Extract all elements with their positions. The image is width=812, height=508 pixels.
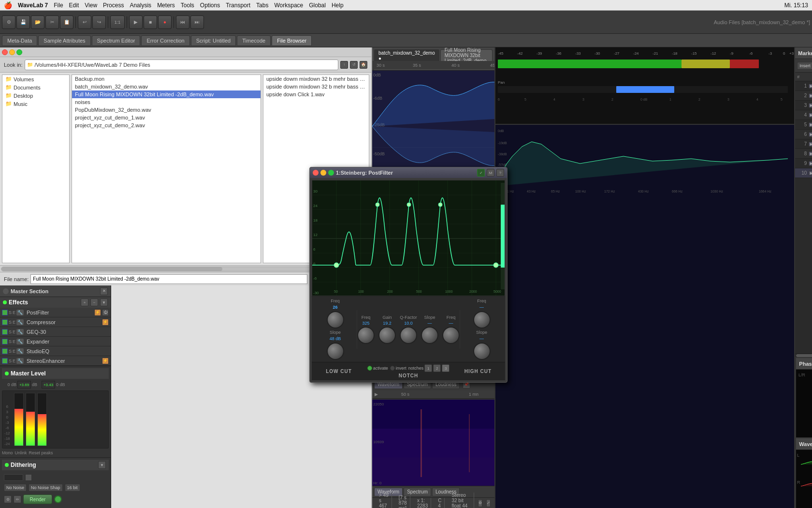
file-item-project2[interactable]: project_xyz_cut_demo_2.wav <box>72 121 261 129</box>
marker-row-4[interactable]: 4 ▶ ▶ ⚑ main theme out 1 mn 17 s 528 ms <box>795 110 812 120</box>
toolbar-zoom-1-1[interactable]: 1:1 <box>110 15 125 29</box>
notch-freq-knob[interactable] <box>357 327 375 344</box>
effect-s-compressor[interactable]: S <box>9 320 12 325</box>
tab-file-browser[interactable]: File Browser <box>272 35 312 46</box>
marker-row-6[interactable]: 6 ▶ ▶ ⚑ tik tok in 2 mn 1 s 830 ms <box>795 130 812 139</box>
effect-check-stereoenhancer[interactable] <box>2 358 8 364</box>
notch-count-1[interactable]: 1 <box>424 364 432 372</box>
maximize-btn[interactable] <box>16 49 22 55</box>
postfilter-close[interactable] <box>313 170 319 176</box>
effects-remove[interactable]: − <box>90 299 98 306</box>
dithering-no-noise-shap[interactable]: No Noise Shap <box>29 484 63 492</box>
look-in-btn-refresh[interactable]: ↺ <box>350 61 358 69</box>
apple-menu[interactable]: 🍎 <box>4 1 12 9</box>
status-settings-icon[interactable]: ⚙ <box>478 499 482 507</box>
effect-s-postfilter[interactable]: S <box>9 310 12 315</box>
effects-menu[interactable]: ▼ <box>100 299 108 306</box>
postfilter-minimize[interactable] <box>320 170 326 176</box>
effect-orange-stereoenhancer[interactable]: ⚡ <box>102 358 109 364</box>
master-section-close[interactable]: ✕ <box>100 287 108 295</box>
render-green-btn[interactable] <box>54 495 62 503</box>
menu-meters[interactable]: Meters <box>157 2 175 9</box>
effect-s-expander[interactable]: S <box>9 339 12 344</box>
toolbar-play[interactable]: ▶ <box>129 15 143 29</box>
file-item-popdub[interactable]: PopDubMixdown_32_demo.wav <box>72 106 261 114</box>
effect-name-geq[interactable]: GEQ-30 <box>25 329 109 335</box>
lowcut-slope-knob[interactable] <box>327 343 344 360</box>
postfilter-mute[interactable]: M <box>487 169 494 177</box>
marker-icon-5a[interactable]: ▶ <box>809 122 812 127</box>
reset-peaks-btn[interactable]: Reset peaks <box>29 450 53 455</box>
menu-view[interactable]: View <box>85 2 97 9</box>
highcut-slope-knob[interactable] <box>473 343 491 360</box>
postfilter-help[interactable]: ? <box>496 169 504 177</box>
master-section-collapse[interactable] <box>3 288 9 294</box>
notch-slope-knob[interactable] <box>421 327 438 344</box>
marker-row-3[interactable]: 3 ▶ ▶ ⚑ main theme in 1 mn 2 s 768 ms <box>795 101 812 110</box>
effects-add[interactable]: + <box>81 299 88 306</box>
notch-invert-led[interactable] <box>390 366 395 371</box>
lowcut-freq-knob[interactable] <box>327 311 344 329</box>
file-item-project1[interactable]: project_xyz_cut_demo_1.wav <box>72 114 261 121</box>
tree-documents[interactable]: 📁Documents <box>2 83 69 91</box>
menu-options[interactable]: Options <box>200 2 220 9</box>
look-in-input[interactable]: 📁 /Volumes/HH-XFER/Uwe/WaveLab 7 Demo Fi… <box>25 60 338 70</box>
dithering-toggle[interactable] <box>25 474 32 481</box>
look-in-btn-up[interactable]: ↑ <box>340 61 348 69</box>
right-file-2[interactable]: upside dowm mixdown 32 b mehr bass limit… <box>263 83 369 90</box>
toolbar-btn-1[interactable]: ⚙ <box>2 15 15 29</box>
marker-icon-8a[interactable]: ▶ <box>809 151 812 156</box>
postfilter-graph[interactable]: 30 24 18 12 6 0 -6 -30 <box>312 180 505 296</box>
marker-row-8[interactable]: 8 ▶ ▶ ⚑ outro 3 mn 15 s 666 ms <box>795 149 812 159</box>
notch-count-2[interactable]: 2 <box>433 364 441 372</box>
postfilter-maximize[interactable] <box>328 170 334 176</box>
marker-icon-6a[interactable]: ▶ <box>809 132 812 137</box>
menu-file[interactable]: File <box>54 2 63 9</box>
marker-icon-2a[interactable]: ▶ <box>809 93 812 98</box>
tree-desktop[interactable]: 📁Desktop <box>2 91 69 100</box>
toolbar-record[interactable]: ● <box>158 15 172 29</box>
file-item-batch[interactable]: batch_mixdown_32_demo.wav <box>72 83 261 90</box>
file-item-noises[interactable]: noises <box>72 98 261 106</box>
status-expand-icon[interactable]: ⤢ <box>486 499 491 507</box>
dithering-no-noise[interactable]: No Noise <box>4 484 27 492</box>
marker-row-9[interactable]: 9 ▶ ▶ ⚑ 3 mn 36 s <box>795 159 812 168</box>
effect-e-geq[interactable]: E <box>13 329 15 334</box>
tab-timecode[interactable]: Timecode <box>237 35 271 46</box>
effect-check-expander[interactable] <box>2 339 8 344</box>
tab-meta-data[interactable]: Meta-Data <box>2 35 37 46</box>
menu-process[interactable]: Process <box>103 2 124 9</box>
marker-row-7[interactable]: 7 ▶ ▶ ⚑ break out 2 mn 16 s 615 ms <box>795 139 812 149</box>
tab-error-correction[interactable]: Error Correction <box>141 35 189 46</box>
menu-help[interactable]: Help <box>332 2 344 9</box>
notch-count-3[interactable]: 3 <box>442 364 450 372</box>
effect-name-postfilter[interactable]: PostFilter <box>25 310 93 315</box>
marker-row-5[interactable]: 5 ▶ ▶ ⚑ 1 mn 47 s 79 ms <box>795 120 812 130</box>
effect-e-postfilter[interactable]: E <box>13 310 15 315</box>
toolbar-btn-2[interactable]: 💾 <box>16 15 30 29</box>
dithering-header[interactable]: Dithering ▼ <box>2 460 109 470</box>
render-pencil-btn[interactable]: ✏ <box>14 495 21 503</box>
marker-icon-7a[interactable]: ▶ <box>809 142 812 147</box>
tab-script-untitled[interactable]: Script: Untitled <box>191 35 236 46</box>
marker-icon-3a[interactable]: ▶ <box>809 103 812 108</box>
marker-icon-9a[interactable]: ▶ <box>809 161 812 166</box>
marker-row-10[interactable]: 10 ▶ ▶ ⚑ www.ubass.de 3 mn 36 s <box>795 168 812 178</box>
effect-name-expander[interactable]: Expander <box>25 339 109 344</box>
marker-icon-1a[interactable]: ▶ <box>809 84 812 89</box>
effect-e-compressor[interactable]: E <box>13 320 15 325</box>
render-settings-btn[interactable]: ⚙ <box>4 495 12 503</box>
effect-check-compressor[interactable] <box>2 319 8 325</box>
master-level-header[interactable]: Master Level <box>2 368 109 379</box>
effect-check-postfilter[interactable] <box>2 310 8 315</box>
look-in-btn-home[interactable]: 🏠 <box>360 61 367 69</box>
effect-e-stereoenhancer[interactable]: E <box>13 359 15 363</box>
right-file-1[interactable]: upside dowm mixdown 32 b mehr bass limit… <box>263 75 369 83</box>
effect-check-geq[interactable] <box>2 329 8 335</box>
menu-global[interactable]: Global <box>309 2 326 9</box>
effect-orange-compressor[interactable]: ⚡ <box>102 319 109 326</box>
effect-name-stereoenhancer[interactable]: StereoEnhancer <box>25 358 101 364</box>
postfilter-power[interactable]: ✓ <box>477 169 485 177</box>
effect-s-geq[interactable]: S <box>9 329 12 334</box>
right-file-3[interactable]: upside down Click 1.wav <box>263 90 369 98</box>
